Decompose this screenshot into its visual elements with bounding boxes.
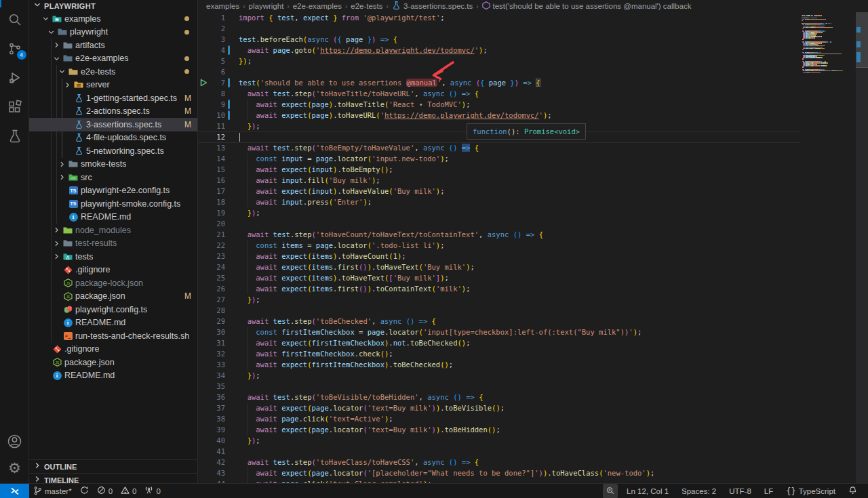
code-line[interactable]: 34 });	[198, 370, 800, 381]
tree-item[interactable]: smoke-tests	[29, 158, 198, 171]
line-number[interactable]: 33	[198, 359, 225, 370]
line-number[interactable]: 24	[198, 262, 225, 272]
code-line[interactable]: 43 await expect(page.locator('[placehold…	[198, 468, 800, 478]
tree-item[interactable]: .gitignore	[29, 343, 198, 356]
code-line[interactable]: 16 await input.fill('Buy milk');	[198, 175, 800, 186]
tree-item[interactable]: playwright	[29, 26, 198, 39]
line-number[interactable]: 2	[198, 23, 225, 34]
code-line[interactable]: 31 await expect(firstItemCheckbox).not.t…	[198, 337, 800, 348]
line-number[interactable]: 30	[198, 327, 225, 337]
code-line[interactable]: 6	[198, 66, 800, 77]
breadcrumb-item[interactable]: examples	[206, 2, 239, 10]
tree-item[interactable]: artifacts	[29, 39, 198, 52]
code-line[interactable]: 41	[198, 446, 800, 457]
code-line[interactable]: 27 });	[198, 294, 800, 305]
line-number[interactable]: 23	[198, 251, 225, 262]
run-debug-icon[interactable]	[6, 69, 24, 87]
code-line[interactable]: 15 await expect(input).toBeEmpty();	[198, 164, 800, 175]
settings-gear-icon[interactable]: ⚙	[6, 459, 24, 476]
tree-item[interactable]: 2-actions.spec.tsM	[29, 105, 198, 119]
code-line[interactable]: 19 });	[198, 207, 800, 218]
line-number[interactable]: 18	[198, 196, 225, 207]
line-number[interactable]: 15	[198, 164, 225, 175]
code-line[interactable]: 33 await expect(firstItemCheckbox).toBeC…	[198, 359, 800, 370]
code-line[interactable]: 32 await firstItemCheckbox.check();	[198, 348, 800, 359]
encoding-status[interactable]: UTF-8	[725, 484, 755, 498]
tree-item[interactable]: test-results	[29, 237, 198, 251]
line-number[interactable]: 4	[198, 45, 225, 56]
line-number[interactable]: 6	[198, 66, 225, 77]
line-number[interactable]: 26	[198, 283, 225, 294]
line-number[interactable]: 28	[198, 305, 225, 316]
tree-item[interactable]: node_modules	[29, 224, 198, 237]
code-line[interactable]: 13 await test.step('toBeEmpty/toHaveValu…	[198, 142, 800, 153]
tree-item[interactable]: TSplaywright-smoke.config.ts	[29, 197, 198, 211]
tree-item[interactable]: .gitignore	[29, 264, 198, 277]
breadcrumb-item[interactable]: test('should be able to use assertions @…	[482, 1, 692, 11]
line-number[interactable]: 19	[198, 207, 225, 218]
search-icon[interactable]	[6, 11, 24, 28]
line-number[interactable]: 31	[198, 337, 225, 348]
code-line[interactable]: 29 await test.step('toBeChecked', async …	[198, 316, 800, 327]
line-number[interactable]: 16	[198, 175, 225, 186]
line-number[interactable]: 9	[198, 99, 225, 110]
tree-item[interactable]: playwright.config.ts	[29, 303, 198, 316]
explorer-header[interactable]: PLAYWRIGHT	[29, 0, 96, 12]
line-number[interactable]: 22	[198, 240, 225, 251]
breadcrumb-item[interactable]: e2e-examples	[293, 2, 342, 10]
extensions-icon[interactable]	[6, 98, 24, 116]
line-number[interactable]: 8	[198, 88, 225, 99]
tree-item[interactable]: JSpackage.jsonM	[29, 290, 198, 304]
code-line[interactable]: 21 await test.step('toHaveCount/toHaveTe…	[198, 229, 800, 240]
account-icon[interactable]	[6, 432, 24, 450]
code-line[interactable]: 20	[198, 218, 800, 229]
code-line[interactable]: 8 await test.step('toHaveTitle/toHaveURL…	[198, 88, 800, 99]
tree-item[interactable]: <>src	[29, 171, 198, 184]
tree-item[interactable]: 3-assertions.spec.tsM	[29, 118, 198, 131]
code-line[interactable]: 39 await expect(page.locator('text=Buy m…	[198, 424, 800, 435]
line-number[interactable]: 39	[198, 424, 225, 435]
line-number[interactable]: 34	[198, 370, 225, 381]
tree-item[interactable]: e2e-tests	[29, 65, 198, 79]
line-number[interactable]: 36	[198, 392, 225, 402]
breadcrumb-item[interactable]: 3-assertions.spec.ts	[392, 1, 473, 12]
git-branch-status[interactable]: master*	[29, 484, 76, 498]
code-line[interactable]: 25 await expect(items).toHaveText(['Buy …	[198, 272, 800, 283]
tree-item[interactable]: JSpackage-lock.json	[29, 276, 198, 290]
code-line[interactable]: 1import { test, expect } from '@playwrig…	[198, 12, 800, 23]
code-line[interactable]: 4 await page.goto('https://demo.playwrig…	[198, 45, 800, 56]
line-number[interactable]: 35	[198, 381, 225, 392]
code-line[interactable]: 23 await expect(items).toHaveCount(1);	[198, 251, 800, 262]
indentation-status[interactable]: Spaces: 2	[677, 484, 720, 498]
tree-item[interactable]: iREADME.md	[29, 316, 198, 330]
remote-indicator[interactable]	[0, 484, 29, 498]
line-number[interactable]: 32	[198, 348, 225, 359]
line-number[interactable]: 44	[198, 478, 225, 483]
cursor-position-status[interactable]: Ln 12, Col 1	[623, 484, 673, 498]
code-line[interactable]: 22 const items = page.locator('.todo-lis…	[198, 240, 800, 251]
line-number[interactable]: 14	[198, 153, 225, 164]
line-number[interactable]: 11	[198, 121, 225, 131]
timeline-section-header[interactable]: TIMELINE	[29, 473, 198, 483]
testing-icon[interactable]	[6, 127, 24, 145]
code-line[interactable]: 44 await page.click('text=Clear complete…	[198, 478, 800, 483]
code-line[interactable]: 28	[198, 305, 800, 316]
tree-item[interactable]: >_run-tests-and-check-results.sh	[29, 329, 198, 343]
line-number[interactable]: 13	[198, 142, 225, 153]
line-number[interactable]: 21	[198, 229, 225, 240]
tree-item[interactable]: tests	[29, 250, 198, 264]
tree-item[interactable]: 4-file-uploads.spec.ts	[29, 131, 198, 145]
zoom-status[interactable]	[603, 484, 618, 498]
code-line[interactable]: 5});	[198, 56, 800, 66]
code-line[interactable]: 14 const input = page.locator('input.new…	[198, 153, 800, 164]
tree-item[interactable]: examples	[29, 12, 198, 26]
code-line[interactable]: 10 await expect(page).toHaveURL('https:/…	[198, 110, 800, 121]
line-number[interactable]: 38	[198, 413, 225, 424]
code-line[interactable]: 37 await expect(page.locator('text=Buy m…	[198, 402, 800, 413]
line-number[interactable]: 20	[198, 218, 225, 229]
line-number[interactable]: 1	[198, 12, 225, 23]
tree-item[interactable]: e2e-examples	[29, 52, 198, 66]
code-line[interactable]: 30 const firstItemCheckbox = page.locato…	[198, 327, 800, 337]
breadcrumb-item[interactable]: e2e-tests	[351, 2, 382, 10]
sync-status[interactable]	[76, 484, 93, 498]
